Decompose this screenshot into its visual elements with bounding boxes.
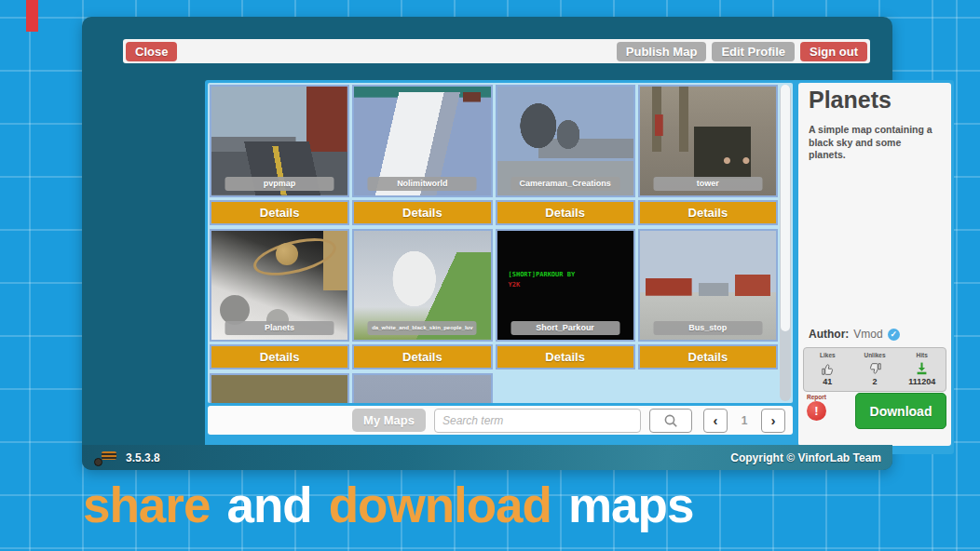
hits-value: 111204	[908, 378, 935, 386]
likes-value: 41	[823, 378, 832, 386]
details-button[interactable]: Details	[210, 344, 349, 370]
my-maps-button[interactable]: My Maps	[352, 409, 426, 432]
page-number: 1	[728, 414, 761, 427]
game-logo-icon	[93, 450, 118, 466]
maps-scrollbar-track[interactable]	[780, 85, 791, 401]
map-card: pvpmap Details	[210, 85, 349, 225]
map-card: tower Details	[638, 85, 778, 225]
map-thumbnail[interactable]	[352, 373, 492, 403]
map-detail-panel: Planets A simple map containing a black …	[798, 83, 951, 446]
thumbs-up-icon	[820, 361, 836, 377]
bottom-toolbar: My Maps ‹ 1 ›	[208, 406, 793, 435]
report-icon[interactable]: !	[807, 401, 826, 421]
version-label: 3.5.3.8	[126, 451, 160, 464]
report-label: Report	[807, 394, 826, 400]
map-name-pill: Bus_stop	[653, 321, 762, 335]
unlikes-value: 2	[873, 378, 878, 386]
unlikes-stat: Unlikes 2	[851, 348, 899, 391]
likes-label: Likes	[820, 353, 836, 359]
map-thumbnail[interactable]: [SHORT]PARKOUR BY Y2K Short_Parkour	[496, 229, 635, 342]
panel-title: Planets	[809, 87, 892, 114]
edit-profile-button[interactable]: Edit Profile	[712, 42, 795, 61]
planet-sphere-graphic	[220, 295, 250, 325]
unlikes-label: Unlikes	[864, 353, 885, 359]
map-grid: pvpmap Details Nolimitworld Details Came…	[208, 83, 793, 403]
map-browser-window: Close Publish Map Edit Profile Sign out …	[82, 17, 892, 470]
download-button[interactable]: Download	[855, 393, 946, 429]
parkour-screen-text: [SHORT]PARKOUR BY Y2K	[509, 270, 576, 290]
map-card	[352, 373, 492, 403]
next-page-button[interactable]: ›	[761, 409, 785, 433]
copyright-label: Copyright © VinforLab Team	[730, 451, 881, 464]
map-thumbnail[interactable]: Nolimitworld	[352, 85, 492, 197]
caption-word: download	[329, 478, 551, 532]
map-name-pill: da_white_and_black_skin_people_luv	[368, 321, 477, 335]
verified-badge-icon: ✓	[888, 329, 900, 341]
promo-caption: share and download maps	[83, 478, 693, 532]
details-button[interactable]: Details	[352, 344, 492, 370]
map-cards: pvpmap Details Nolimitworld Details Came…	[210, 85, 778, 403]
map-card: Bus_stop Details	[638, 229, 778, 370]
saturn-planet-graphic	[276, 243, 298, 265]
sign-out-button[interactable]: Sign out	[800, 42, 867, 61]
prev-page-button[interactable]: ‹	[703, 409, 728, 433]
download-arrow-icon	[914, 361, 930, 377]
map-thumbnail[interactable]: tower	[638, 85, 778, 197]
panel-description: A simple map containing a black sky and …	[809, 124, 937, 162]
map-card: Cameraman_Creations Details	[496, 85, 635, 225]
details-button[interactable]: Details	[496, 344, 635, 370]
close-button[interactable]: Close	[126, 42, 177, 61]
map-thumbnail[interactable]: Bus_stop	[638, 229, 778, 342]
details-button[interactable]: Details	[496, 200, 635, 225]
map-name-pill: tower	[653, 177, 762, 191]
author-name: Vmod	[853, 328, 882, 341]
map-thumbnail[interactable]: Cameraman_Creations	[496, 85, 635, 197]
content-region: pvpmap Details Nolimitworld Details Came…	[205, 80, 954, 454]
map-card: da_white_and_black_skin_people_luv Detai…	[352, 229, 492, 370]
details-button[interactable]: Details	[638, 344, 778, 370]
map-card: Planets Details	[210, 229, 349, 370]
details-button[interactable]: Details	[638, 200, 778, 225]
maps-scrollbar-thumb[interactable]	[781, 85, 790, 331]
map-card: [SHORT]PARKOUR BY Y2K Short_Parkour Deta…	[496, 229, 635, 370]
map-thumbnail[interactable]: Planets	[210, 229, 349, 342]
publish-map-button[interactable]: Publish Map	[617, 42, 707, 61]
map-name-pill: Nolimitworld	[368, 177, 477, 191]
titlebar: Close Publish Map Edit Profile Sign out	[123, 39, 870, 63]
hits-label: Hits	[917, 353, 928, 359]
caption-word: share	[83, 478, 210, 532]
details-button[interactable]: Details	[210, 200, 349, 225]
map-thumbnail[interactable]: pvpmap	[210, 85, 349, 197]
map-name-pill: Cameraman_Creations	[510, 177, 619, 191]
map-name-pill: Short_Parkour	[510, 321, 619, 335]
thumbs-down-icon	[867, 361, 883, 377]
search-icon	[662, 412, 679, 429]
hits-stat: Hits 111204	[898, 348, 946, 391]
map-name-pill: Planets	[225, 321, 334, 335]
author-row: Author: Vmod ✓	[809, 328, 900, 341]
red-corner-marker	[26, 0, 38, 32]
stats-box: Likes 41 Unlikes	[803, 347, 946, 392]
map-card	[210, 373, 349, 403]
details-button[interactable]: Details	[352, 200, 492, 225]
caption-word: maps	[568, 478, 693, 532]
caption-word: and	[226, 478, 311, 532]
map-thumbnail[interactable]: da_white_and_black_skin_people_luv	[352, 229, 492, 342]
map-name-pill: pvpmap	[225, 177, 334, 191]
map-thumbnail[interactable]	[210, 373, 349, 403]
blueprint-background: { "titlebar": { "close": "Close", "publi…	[0, 0, 980, 551]
search-button[interactable]	[649, 409, 692, 433]
status-bar: 3.5.3.8 Copyright © VinforLab Team	[82, 445, 892, 470]
map-card: Nolimitworld Details	[352, 85, 492, 225]
author-label: Author:	[809, 328, 849, 341]
report-control: Report !	[807, 394, 826, 421]
likes-stat: Likes 41	[804, 348, 851, 391]
search-input[interactable]	[434, 409, 641, 433]
